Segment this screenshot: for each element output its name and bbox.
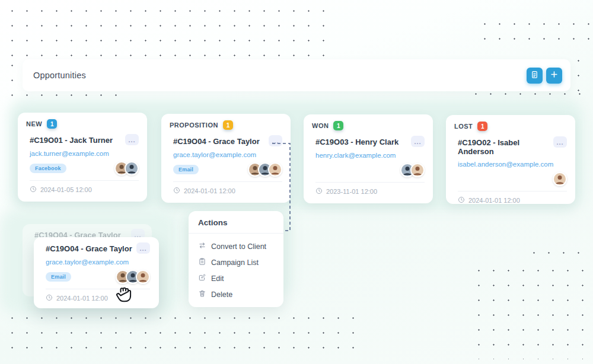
header-actions (527, 68, 562, 84)
card-email-link[interactable]: isabel.anderson@example.com (458, 161, 567, 168)
card-menu-button[interactable]: ... (136, 242, 150, 254)
card-menu-button[interactable]: ... (553, 136, 567, 148)
avatar-stack (114, 161, 139, 175)
avatar (125, 161, 139, 175)
card-title: #C19O04 - Grace Taylor (46, 242, 132, 253)
clipboard-icon (530, 70, 539, 81)
column-header: LOST 1 (453, 122, 568, 131)
opportunity-card[interactable]: #C19O03 - Henry Clark ... henry.clark@ex… (315, 136, 426, 196)
card-email-link[interactable]: henry.clark@example.com (315, 152, 425, 159)
card-menu-button[interactable]: ... (411, 136, 425, 147)
card-menu-button[interactable]: ... (269, 135, 282, 146)
menu-item-label: Campaign List (211, 258, 259, 267)
card-date-row: 2024-01-01 12:00 (458, 191, 567, 205)
opportunity-card[interactable]: #C19O04 - Grace Taylor ... grace.taylor@… (173, 135, 283, 195)
card-date-row: 2023-11-01 12:00 (315, 182, 425, 196)
page-title: Opportunities (33, 71, 86, 80)
column-header: WON 1 (311, 121, 426, 130)
card-title: #C19O04 - Grace Taylor (173, 135, 260, 146)
source-tag: Email (173, 165, 199, 174)
card-menu-button[interactable]: ... (125, 134, 139, 145)
card-date: 2024-01-01 12:00 (184, 187, 235, 194)
card-email-link[interactable]: jack.turner@example.com (30, 150, 139, 157)
menu-item-delete[interactable]: Delete (189, 286, 283, 302)
card-date-row: 2024-01-01 12:00 (46, 289, 150, 308)
column-proposition: PROPOSITION 1 #C19O04 - Grace Taylor ...… (161, 114, 291, 203)
dot-pattern (5, 4, 328, 58)
clock-icon (458, 196, 465, 205)
menu-item-campaign-list[interactable]: Campaign List (189, 254, 283, 270)
convert-icon (198, 241, 206, 251)
clock-icon (30, 186, 37, 194)
delete-icon (198, 289, 206, 299)
card-date: 2023-11-01 12:00 (326, 188, 377, 195)
opportunity-card[interactable]: #C19O01 - Jack Turner ... jack.turner@ex… (30, 134, 140, 194)
menu-item-edit[interactable]: Edit (189, 270, 283, 286)
card-date-row: 2024-01-05 12:00 (30, 180, 139, 194)
clock-icon (315, 187, 323, 196)
avatar-stack (553, 172, 567, 186)
column-count-badge: 1 (477, 122, 487, 131)
menu-item-label: Convert to Client (211, 242, 266, 251)
avatar-stack (248, 162, 282, 177)
avatar (268, 162, 282, 177)
card-title: #C19O03 - Henry Clark (315, 136, 398, 146)
dot-pattern (471, 263, 590, 359)
actions-menu-title: Actions (189, 218, 283, 233)
dot-pattern (571, 53, 591, 91)
avatar (553, 172, 567, 186)
avatar (410, 163, 425, 177)
actions-menu: Actions Convert to Client Campaign List … (189, 211, 283, 307)
column-new: NEW 1 #C19O01 - Jack Turner ... jack.tur… (18, 113, 147, 202)
card-title: #C19O02 - Isabel Anderson (458, 136, 553, 156)
card-date: 2024-01-05 12:00 (40, 186, 92, 193)
page-header: Opportunities (23, 59, 570, 91)
dragged-opportunity-card[interactable]: #C19O04 - Grace Taylor ... grace.taylor@… (34, 237, 159, 308)
card-email-link[interactable]: grace.taylor@example.com (46, 258, 150, 266)
avatar-stack (116, 270, 150, 284)
opportunity-card[interactable]: #C19O02 - Isabel Anderson ... isabel.and… (458, 136, 568, 205)
column-label: NEW (26, 120, 42, 127)
column-count-badge: 1 (223, 120, 233, 130)
column-lost: LOST 1 #C19O02 - Isabel Anderson ... isa… (446, 115, 575, 204)
card-email-link[interactable]: grace.taylor@example.com (173, 151, 282, 158)
edit-icon (198, 273, 206, 283)
clock-icon (173, 187, 180, 195)
column-header: NEW 1 (25, 119, 140, 129)
column-count-badge: 1 (47, 119, 57, 129)
avatar-stack (400, 163, 425, 177)
opportunities-board-page: Opportunities NEW 1 #C19O01 - Jack Turne… (0, 0, 593, 364)
column-count-badge: 1 (333, 121, 343, 130)
add-opportunity-button[interactable] (546, 68, 562, 84)
column-label: LOST (454, 123, 473, 130)
dot-pattern (527, 245, 591, 266)
clock-icon (46, 294, 53, 302)
menu-item-convert-to-client[interactable]: Convert to Client (189, 238, 283, 254)
card-date: 2024-01-01 12:00 (468, 197, 520, 204)
board-list-button[interactable] (527, 68, 543, 84)
card-title: #C19O01 - Jack Turner (30, 134, 113, 145)
source-tag: Email (46, 272, 71, 282)
dot-pattern (477, 17, 590, 41)
menu-item-label: Delete (211, 290, 232, 299)
card-date: 2024-01-01 12:00 (56, 295, 108, 302)
column-label: PROPOSITION (170, 122, 218, 129)
column-header: PROPOSITION 1 (168, 120, 283, 130)
card-date-row: 2024-01-01 12:00 (173, 181, 282, 195)
column-label: WON (312, 122, 329, 129)
dot-pattern (5, 311, 361, 358)
column-won: WON 1 #C19O03 - Henry Clark ... henry.cl… (304, 114, 433, 203)
plus-icon (550, 70, 559, 81)
source-tag: Facebook (30, 164, 66, 173)
campaign-list-icon (198, 257, 206, 267)
avatar (136, 270, 150, 284)
menu-item-label: Edit (211, 274, 224, 283)
